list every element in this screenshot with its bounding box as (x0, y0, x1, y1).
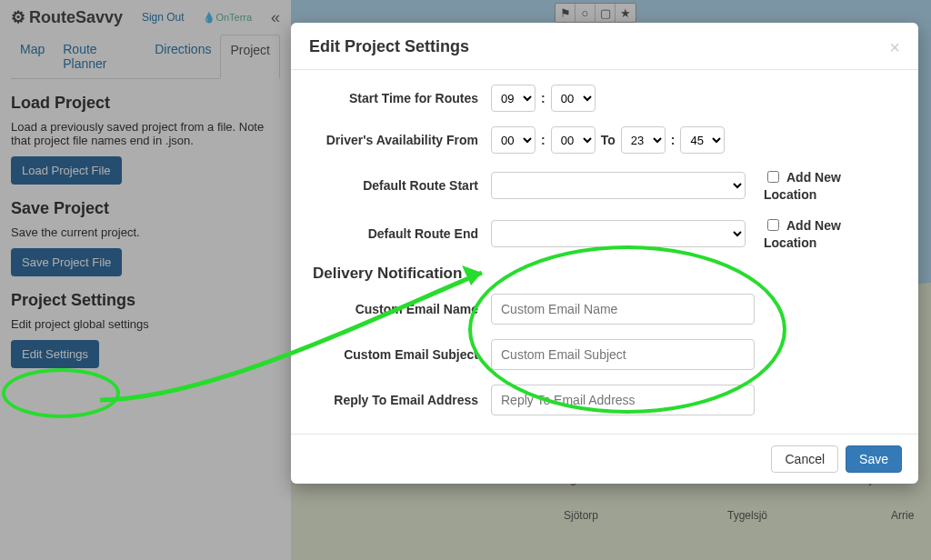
reply-to-email-label: Reply To Email Address (309, 393, 491, 407)
custom-email-subject-input[interactable] (491, 339, 755, 370)
add-new-end-location-checkbox[interactable] (767, 219, 779, 231)
avail-from-hour-select[interactable]: 00 (491, 126, 536, 154)
avail-to-hour-select[interactable]: 23 (621, 126, 666, 154)
cancel-button[interactable]: Cancel (771, 445, 838, 473)
custom-email-name-label: Custom Email Name (309, 302, 491, 316)
default-route-end-label: Default Route End (309, 226, 491, 241)
colon-label: : (541, 91, 546, 105)
modal-title: Edit Project Settings (309, 37, 469, 56)
start-time-hour-select[interactable]: 09 (491, 85, 536, 112)
add-new-location-label: Add New (786, 170, 841, 185)
close-icon[interactable]: × (889, 38, 900, 56)
add-new-start-location-checkbox[interactable] (767, 171, 779, 183)
avail-to-minute-select[interactable]: 45 (680, 126, 725, 154)
to-label: To (601, 133, 616, 147)
default-route-end-select[interactable] (491, 220, 746, 247)
default-route-start-label: Default Route Start (309, 178, 491, 193)
start-time-minute-select[interactable]: 00 (551, 85, 596, 112)
save-button[interactable]: Save (846, 445, 902, 473)
edit-project-settings-modal: Edit Project Settings × Start Time for R… (291, 23, 918, 484)
add-new-location-label-2: Location (764, 235, 816, 250)
custom-email-name-input[interactable] (491, 294, 755, 325)
driver-availability-label: Driver's Availability From (309, 133, 491, 147)
custom-email-subject-label: Custom Email Subject (309, 347, 491, 362)
reply-to-email-input[interactable] (491, 385, 755, 415)
add-new-location-label-2: Location (764, 187, 816, 202)
avail-from-minute-select[interactable]: 00 (551, 126, 596, 154)
default-route-start-select[interactable] (491, 172, 746, 199)
add-new-location-label: Add New (786, 218, 841, 233)
delivery-notification-heading: Delivery Notification (313, 265, 900, 283)
start-time-label: Start Time for Routes (309, 91, 491, 105)
